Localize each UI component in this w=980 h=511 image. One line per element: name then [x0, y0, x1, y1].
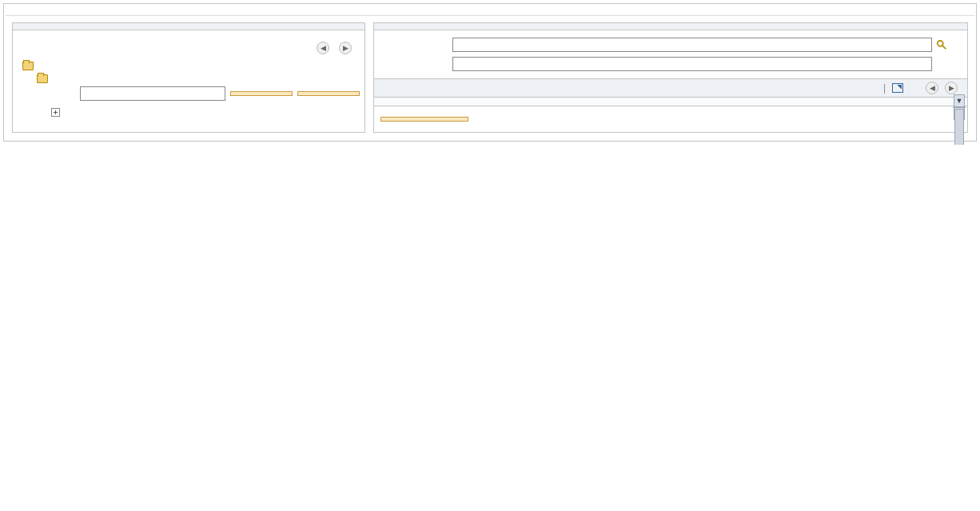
extensions-panel: | ◀ ▶ — [373, 22, 968, 133]
browse-panel: ◀ ▶ — [12, 22, 365, 133]
step2-container: ◀ ▶ — [3, 3, 977, 142]
params-pager-next-icon[interactable]: ▶ — [945, 82, 958, 94]
tree-search-row — [80, 85, 360, 106]
step-title — [6, 6, 974, 16]
name-input[interactable] — [452, 38, 932, 52]
apply-button[interactable] — [380, 117, 468, 122]
parameters-header: | ◀ ▶ — [374, 78, 967, 98]
browse-header — [13, 23, 365, 30]
tree-organizations[interactable] — [51, 106, 360, 119]
tree-search-input[interactable] — [80, 86, 225, 101]
folder-open-icon — [37, 74, 48, 83]
svg-point-0 — [938, 41, 943, 46]
col-description[interactable] — [374, 98, 576, 106]
tree-root-profile-fields[interactable] — [22, 59, 360, 120]
lookup-icon[interactable] — [935, 38, 948, 51]
browse-pager: ◀ ▶ — [13, 30, 365, 56]
pager-next-icon[interactable]: ▶ — [339, 42, 352, 54]
pager-prev-icon[interactable]: ◀ — [317, 42, 329, 54]
scroll-thumb[interactable] — [954, 109, 964, 145]
parameters-section: | ◀ ▶ — [374, 78, 967, 106]
search-button[interactable] — [230, 91, 293, 96]
col-value[interactable] — [576, 98, 882, 106]
parameters-columns — [374, 98, 967, 106]
default-row — [374, 54, 967, 74]
browse-tree — [13, 56, 365, 128]
svg-line-1 — [942, 46, 946, 49]
default-input[interactable] — [452, 57, 932, 71]
expand-icon[interactable] — [51, 108, 60, 117]
params-pager-prev-icon[interactable]: ◀ — [926, 82, 938, 94]
scroll-down-icon[interactable]: ▼ — [954, 94, 965, 107]
tree-individuals[interactable] — [37, 72, 360, 120]
name-row — [374, 35, 967, 54]
folder-open-icon — [22, 62, 34, 70]
popout-icon[interactable] — [892, 83, 903, 93]
clear-button[interactable] — [297, 91, 360, 96]
extensions-header — [374, 23, 967, 30]
scrollbar[interactable]: ▲ ▼ — [953, 106, 966, 108]
